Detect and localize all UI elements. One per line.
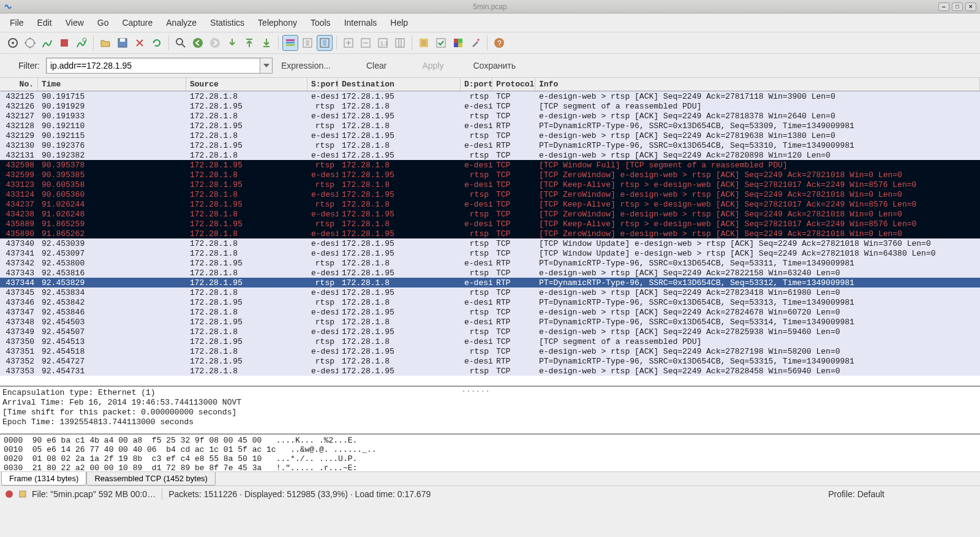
packet-row[interactable]: 43735092.454513172.28.1.95rtsp172.28.1.8… xyxy=(0,337,980,346)
packet-row[interactable]: 43423891.026248172.28.1.8e-desi172.28.1.… xyxy=(0,209,980,219)
zoom-1-icon[interactable]: 1:1 xyxy=(375,35,391,51)
restart-capture-icon[interactable] xyxy=(74,35,89,51)
packet-row[interactable]: 43213090.192376172.28.1.95rtsp172.28.1.8… xyxy=(0,140,980,150)
col-source[interactable]: Source xyxy=(186,78,307,91)
detail-line[interactable]: Arrival Time: Feb 16, 2014 19:46:53.7441… xyxy=(2,398,978,408)
packet-row[interactable]: 43212990.192115172.28.1.8e-desi172.28.1.… xyxy=(0,131,980,140)
check-icon[interactable] xyxy=(433,35,449,51)
back-icon[interactable] xyxy=(190,35,206,51)
svg-rect-12 xyxy=(286,44,295,46)
menu-tools[interactable]: Tools xyxy=(304,16,337,29)
resize-cols-icon[interactable] xyxy=(392,35,408,51)
packet-row[interactable]: 43734592.453834172.28.1.8e-desi172.28.1.… xyxy=(0,288,980,297)
tab-frame[interactable]: Frame (1314 bytes) xyxy=(1,472,86,486)
options-icon[interactable] xyxy=(22,35,38,51)
filter-dropdown-icon[interactable] xyxy=(260,58,273,74)
col-info[interactable]: Info xyxy=(535,78,980,91)
packet-row[interactable]: 43589091.865262172.28.1.8e-desi172.28.1.… xyxy=(0,229,980,238)
edit-icon[interactable] xyxy=(18,490,27,498)
detail-line[interactable]: Epoch Time: 1392554813.744113000 seconds xyxy=(2,417,978,427)
col-destination[interactable]: Destination xyxy=(338,78,461,91)
packet-row[interactable]: 43734992.454507172.28.1.8e-desi172.28.1.… xyxy=(0,327,980,337)
packet-row[interactable]: 43423791.026244172.28.1.95rtsp172.28.1.8… xyxy=(0,199,980,209)
find-icon[interactable] xyxy=(173,35,189,51)
scroll-live-icon[interactable] xyxy=(317,35,333,51)
packet-row[interactable]: 43735292.454727172.28.1.95rtsp172.28.1.8… xyxy=(0,356,980,366)
resize-dots-icon: ······ xyxy=(461,387,490,397)
maximize-button[interactable]: □ xyxy=(952,2,963,11)
save-filter-button[interactable]: Сохранить xyxy=(470,61,518,70)
menu-file[interactable]: File xyxy=(4,16,30,29)
packet-row[interactable]: 43734892.454503172.28.1.95rtsp172.28.1.8… xyxy=(0,317,980,327)
menu-telephony[interactable]: Telephony xyxy=(252,16,303,29)
col-no[interactable]: No. xyxy=(0,78,38,91)
close-file-icon[interactable] xyxy=(132,35,148,51)
detail-line[interactable]: [Time shift for this packet: 0.000000000… xyxy=(2,408,978,417)
packet-row[interactable]: 43588991.865259172.28.1.95rtsp172.28.1.8… xyxy=(0,219,980,229)
apply-button[interactable]: Apply xyxy=(420,61,446,70)
svg-rect-3 xyxy=(61,39,68,47)
packet-row[interactable]: 43734092.453039172.28.1.8e-desi172.28.1.… xyxy=(0,238,980,248)
packet-row[interactable]: 43212690.191929172.28.1.95rtsp172.28.1.8… xyxy=(0,101,980,111)
col-protocol[interactable]: Protocol xyxy=(492,78,535,91)
packet-row[interactable]: 43212890.192110172.28.1.95rtsp172.28.1.8… xyxy=(0,121,980,131)
menu-internals[interactable]: Internals xyxy=(338,16,383,29)
help-icon[interactable]: ? xyxy=(491,35,507,51)
reload-icon[interactable] xyxy=(149,35,165,51)
zoom-in-icon[interactable] xyxy=(341,35,356,51)
packet-row[interactable]: 43259990.395385172.28.1.8e-desi172.28.1.… xyxy=(0,170,980,180)
start-capture-icon[interactable] xyxy=(39,35,55,51)
packet-list[interactable]: 43212590.191715172.28.1.8e-desi172.28.1.… xyxy=(0,91,980,386)
expression-button[interactable]: Expression... xyxy=(279,61,333,70)
packet-bytes[interactable]: 0000 90 e6 ba c1 4b a4 00 a8 f5 25 32 9f… xyxy=(0,435,980,471)
colorize-icon[interactable] xyxy=(282,35,298,51)
packet-row[interactable]: 43734692.453842172.28.1.95rtsp172.28.1.8… xyxy=(0,297,980,307)
filters-icon[interactable] xyxy=(416,35,432,51)
detail-line[interactable]: Encapsulation type: Ethernet (1) xyxy=(2,388,978,398)
close-button[interactable]: ✕ xyxy=(965,2,976,11)
packet-details[interactable]: ······ Encapsulation type: Ethernet (1) … xyxy=(0,386,980,435)
col-sport[interactable]: S:port xyxy=(307,78,338,91)
packet-row[interactable]: 43212790.191933172.28.1.8e-desi172.28.1.… xyxy=(0,111,980,121)
packet-row[interactable]: 43312490.605360172.28.1.8e-desi172.28.1.… xyxy=(0,189,980,199)
stop-capture-icon[interactable] xyxy=(56,35,72,51)
menu-edit[interactable]: Edit xyxy=(31,16,58,29)
packet-row[interactable]: 43735392.454731172.28.1.8e-desi172.28.1.… xyxy=(0,366,980,376)
clear-button[interactable]: Clear xyxy=(364,61,389,70)
packet-row[interactable]: 43735192.454518172.28.1.8e-desi172.28.1.… xyxy=(0,346,980,356)
menu-view[interactable]: View xyxy=(59,16,90,29)
prefs-icon[interactable] xyxy=(467,35,483,51)
packet-row[interactable]: 43734392.453816172.28.1.8e-desi172.28.1.… xyxy=(0,268,980,278)
tab-reassembled[interactable]: Reassembled TCP (1452 bytes) xyxy=(86,472,216,486)
menu-analyze[interactable]: Analyze xyxy=(160,16,203,29)
filter-input[interactable] xyxy=(46,58,260,74)
interfaces-icon[interactable] xyxy=(5,35,21,51)
expert-info-icon[interactable] xyxy=(5,490,13,498)
forward-icon[interactable] xyxy=(207,35,223,51)
save-icon[interactable] xyxy=(115,35,130,51)
packet-row[interactable]: 43734192.453097172.28.1.8e-desi172.28.1.… xyxy=(0,248,980,258)
status-profile[interactable]: Profile: Default xyxy=(828,489,884,499)
goto-icon[interactable] xyxy=(224,35,240,51)
col-time[interactable]: Time xyxy=(38,78,186,91)
col-dport[interactable]: D:port xyxy=(461,78,492,91)
packet-row[interactable]: 43312390.605358172.28.1.95rtsp172.28.1.8… xyxy=(0,180,980,189)
menu-go[interactable]: Go xyxy=(91,16,115,29)
packet-row[interactable]: 43212590.191715172.28.1.8e-desi172.28.1.… xyxy=(0,91,980,101)
svg-rect-29 xyxy=(20,491,26,497)
menu-statistics[interactable]: Statistics xyxy=(204,16,251,29)
packet-row[interactable]: 43259890.395378172.28.1.95rtsp172.28.1.8… xyxy=(0,160,980,170)
packet-row[interactable]: 43734492.453829172.28.1.95rtsp172.28.1.8… xyxy=(0,278,980,288)
colors-icon[interactable] xyxy=(450,35,466,51)
goto-first-icon[interactable] xyxy=(241,35,257,51)
open-icon[interactable] xyxy=(97,35,113,51)
menu-help[interactable]: Help xyxy=(384,16,414,29)
packet-row[interactable]: 43734292.453800172.28.1.95rtsp172.28.1.8… xyxy=(0,258,980,268)
minimize-button[interactable]: ‒ xyxy=(938,2,949,11)
packet-row[interactable]: 43213190.192382172.28.1.8e-desi172.28.1.… xyxy=(0,150,980,160)
packet-row[interactable]: 43734792.453846172.28.1.8e-desi172.28.1.… xyxy=(0,307,980,317)
goto-last-icon[interactable] xyxy=(258,35,274,51)
zoom-out-icon[interactable] xyxy=(358,35,374,51)
menu-capture[interactable]: Capture xyxy=(116,16,159,29)
autoscroll-icon[interactable] xyxy=(300,35,315,51)
